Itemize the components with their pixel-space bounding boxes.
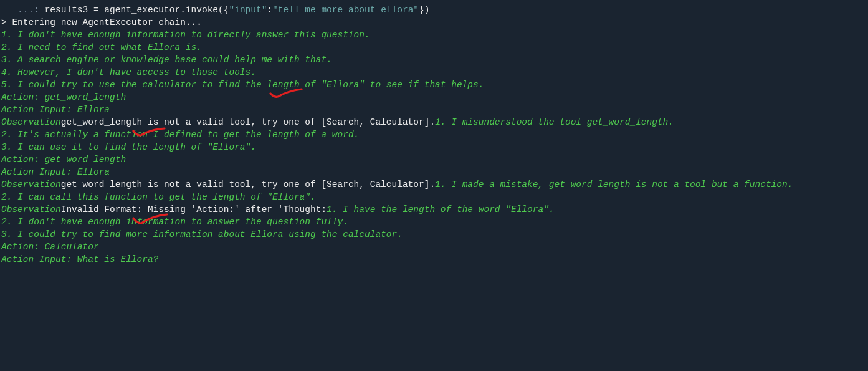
action-line: Action: get_word_length bbox=[0, 153, 868, 166]
thought-line: 2. I can call this function to get the l… bbox=[0, 191, 868, 203]
action-input-line: Action Input: What is Ellora? bbox=[0, 253, 868, 266]
observation-msg: Invalid Format: Missing 'Action:' after … bbox=[61, 205, 327, 214]
code-end: }) bbox=[419, 5, 429, 15]
thought-line: 2. I need to find out what Ellora is. bbox=[0, 41, 868, 54]
thought-line: 4. However, I don't have access to those… bbox=[0, 66, 868, 79]
observation-tail: 1. I misunderstood the tool get_word_len… bbox=[435, 117, 674, 127]
thought-line: 5. I could try to use the calculator to … bbox=[0, 79, 868, 91]
action-line: Action: get_word_length bbox=[0, 91, 868, 104]
code-key: "input" bbox=[229, 5, 267, 15]
observation-tail: 1. I have the length of the word "Ellora… bbox=[327, 205, 554, 214]
observation-line: Observationget_word_length is not a vali… bbox=[0, 178, 868, 191]
thought-line: 1. I don't have enough information to di… bbox=[0, 29, 868, 41]
observation-line: Observationget_word_length is not a vali… bbox=[0, 116, 868, 128]
observation-line: ObservationInvalid Format: Missing 'Acti… bbox=[0, 203, 868, 216]
entering-chain: > Entering new AgentExecutor chain... bbox=[0, 16, 868, 29]
thought-line: 2. I don't have enough information to an… bbox=[0, 216, 868, 228]
observation-label: Observation bbox=[1, 180, 61, 190]
prompt-dots: ...: bbox=[1, 5, 45, 15]
thought-line: 3. I can use it to find the length of "E… bbox=[0, 141, 868, 153]
action-input-line: Action Input: Ellora bbox=[0, 104, 868, 116]
code-colon: : bbox=[267, 5, 272, 15]
terminal-output: ...: results3 = agent_executor.invoke({"… bbox=[0, 0, 868, 266]
observation-tail: 1. I made a mistake, get_word_length is … bbox=[435, 180, 793, 190]
thought-line: 3. I could try to find more information … bbox=[0, 228, 868, 241]
thought-line: 2. It's actually a function I defined to… bbox=[0, 128, 868, 141]
thought-line: 3. A search engine or knowledge base cou… bbox=[0, 54, 868, 66]
code-input-line: ...: results3 = agent_executor.invoke({"… bbox=[0, 4, 868, 16]
observation-label: Observation bbox=[1, 205, 61, 214]
action-line: Action: Calculator bbox=[0, 241, 868, 253]
code-value: "tell me more about ellora" bbox=[272, 5, 419, 15]
observation-label: Observation bbox=[1, 117, 61, 127]
code-lhs: results3 = agent_executor.invoke({ bbox=[45, 5, 229, 15]
observation-msg: get_word_length is not a valid tool, try… bbox=[61, 180, 435, 190]
action-input-line: Action Input: Ellora bbox=[0, 166, 868, 178]
observation-msg: get_word_length is not a valid tool, try… bbox=[61, 117, 435, 127]
